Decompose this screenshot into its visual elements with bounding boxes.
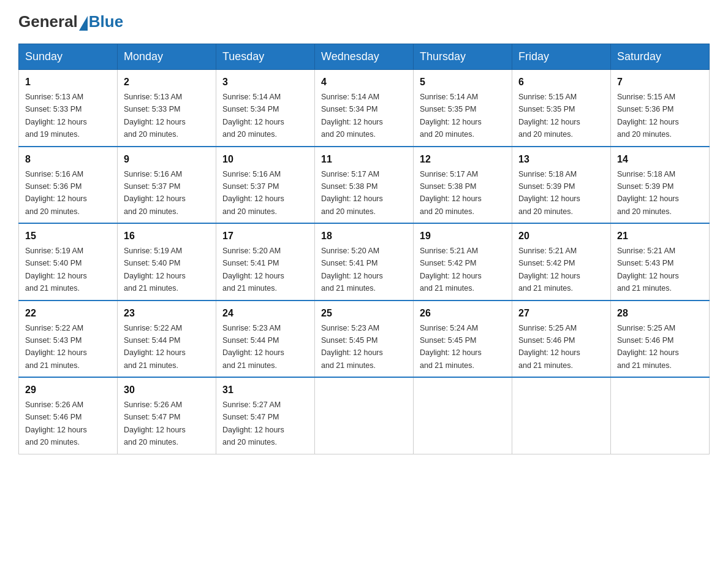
calendar-week-row: 1 Sunrise: 5:13 AMSunset: 5:33 PMDayligh… [19,70,710,147]
day-info: Sunrise: 5:23 AMSunset: 5:45 PMDaylight:… [321,324,383,370]
day-number: 14 [617,152,703,167]
day-number: 8 [25,152,111,167]
day-number: 15 [25,229,111,243]
day-number: 3 [222,75,308,90]
col-header-friday: Friday [512,44,611,70]
table-row: 9 Sunrise: 5:16 AMSunset: 5:37 PMDayligh… [118,147,216,224]
table-row: 25 Sunrise: 5:23 AMSunset: 5:45 PMDaylig… [315,301,414,378]
day-number: 16 [124,229,210,243]
table-row: 29 Sunrise: 5:26 AMSunset: 5:46 PMDaylig… [19,377,118,454]
table-row: 12 Sunrise: 5:17 AMSunset: 5:38 PMDaylig… [414,147,512,224]
day-info: Sunrise: 5:27 AMSunset: 5:47 PMDaylight:… [222,400,284,446]
day-number: 22 [25,306,111,321]
col-header-tuesday: Tuesday [216,44,315,70]
logo-general-text: General [18,12,78,31]
day-info: Sunrise: 5:21 AMSunset: 5:42 PMDaylight:… [518,247,580,293]
day-number: 23 [124,306,210,321]
table-row: 8 Sunrise: 5:16 AMSunset: 5:36 PMDayligh… [19,147,118,224]
day-info: Sunrise: 5:21 AMSunset: 5:43 PMDaylight:… [617,247,679,293]
day-info: Sunrise: 5:23 AMSunset: 5:44 PMDaylight:… [222,324,284,370]
table-row: 20 Sunrise: 5:21 AMSunset: 5:42 PMDaylig… [512,223,611,301]
day-number: 17 [222,229,308,243]
day-number: 9 [124,152,210,167]
day-number: 27 [518,306,604,321]
day-number: 29 [25,383,111,397]
day-info: Sunrise: 5:17 AMSunset: 5:38 PMDaylight:… [420,170,482,216]
day-number: 31 [222,383,308,397]
day-number: 11 [321,152,407,167]
calendar-week-row: 8 Sunrise: 5:16 AMSunset: 5:36 PMDayligh… [19,147,710,224]
table-row: 22 Sunrise: 5:22 AMSunset: 5:43 PMDaylig… [19,301,118,378]
day-number: 20 [518,229,604,243]
day-info: Sunrise: 5:16 AMSunset: 5:36 PMDaylight:… [25,170,87,216]
table-row: 27 Sunrise: 5:25 AMSunset: 5:46 PMDaylig… [512,301,611,378]
day-number: 24 [222,306,308,321]
calendar-table: Sunday Monday Tuesday Wednesday Thursday… [18,44,710,454]
table-row: 11 Sunrise: 5:17 AMSunset: 5:38 PMDaylig… [315,147,414,224]
day-number: 19 [420,229,506,243]
table-row: 1 Sunrise: 5:13 AMSunset: 5:33 PMDayligh… [19,70,118,147]
day-number: 7 [617,75,703,90]
day-info: Sunrise: 5:21 AMSunset: 5:42 PMDaylight:… [420,247,482,293]
col-header-saturday: Saturday [611,44,710,70]
calendar-week-row: 29 Sunrise: 5:26 AMSunset: 5:46 PMDaylig… [19,377,710,454]
day-number: 2 [124,75,210,90]
table-row: 4 Sunrise: 5:14 AMSunset: 5:34 PMDayligh… [315,70,414,147]
table-row: 30 Sunrise: 5:26 AMSunset: 5:47 PMDaylig… [118,377,216,454]
day-info: Sunrise: 5:13 AMSunset: 5:33 PMDaylight:… [124,93,186,139]
table-row: 28 Sunrise: 5:25 AMSunset: 5:46 PMDaylig… [611,301,710,378]
table-row: 15 Sunrise: 5:19 AMSunset: 5:40 PMDaylig… [19,223,118,301]
day-info: Sunrise: 5:26 AMSunset: 5:47 PMDaylight:… [124,400,186,446]
table-row: 21 Sunrise: 5:21 AMSunset: 5:43 PMDaylig… [611,223,710,301]
table-row: 18 Sunrise: 5:20 AMSunset: 5:41 PMDaylig… [315,223,414,301]
day-info: Sunrise: 5:14 AMSunset: 5:35 PMDaylight:… [420,93,482,139]
col-header-wednesday: Wednesday [315,44,414,70]
day-number: 28 [617,306,703,321]
calendar-week-row: 22 Sunrise: 5:22 AMSunset: 5:43 PMDaylig… [19,301,710,378]
col-header-thursday: Thursday [414,44,512,70]
table-row: 24 Sunrise: 5:23 AMSunset: 5:44 PMDaylig… [216,301,315,378]
table-row: 3 Sunrise: 5:14 AMSunset: 5:34 PMDayligh… [216,70,315,147]
day-info: Sunrise: 5:25 AMSunset: 5:46 PMDaylight:… [617,324,679,370]
table-row: 5 Sunrise: 5:14 AMSunset: 5:35 PMDayligh… [414,70,512,147]
day-info: Sunrise: 5:19 AMSunset: 5:40 PMDaylight:… [124,247,186,293]
logo-triangle-icon [79,16,88,31]
table-row [512,377,611,454]
day-number: 10 [222,152,308,167]
day-number: 4 [321,75,407,90]
day-number: 5 [420,75,506,90]
day-number: 12 [420,152,506,167]
calendar-week-row: 15 Sunrise: 5:19 AMSunset: 5:40 PMDaylig… [19,223,710,301]
day-number: 25 [321,306,407,321]
table-row: 13 Sunrise: 5:18 AMSunset: 5:39 PMDaylig… [512,147,611,224]
day-number: 13 [518,152,604,167]
header: General Blue [18,12,710,31]
logo-blue-text: Blue [89,12,123,31]
day-info: Sunrise: 5:22 AMSunset: 5:44 PMDaylight:… [124,324,186,370]
table-row: 17 Sunrise: 5:20 AMSunset: 5:41 PMDaylig… [216,223,315,301]
day-info: Sunrise: 5:17 AMSunset: 5:38 PMDaylight:… [321,170,383,216]
table-row: 2 Sunrise: 5:13 AMSunset: 5:33 PMDayligh… [118,70,216,147]
day-info: Sunrise: 5:20 AMSunset: 5:41 PMDaylight:… [321,247,383,293]
day-info: Sunrise: 5:14 AMSunset: 5:34 PMDaylight:… [222,93,284,139]
table-row: 7 Sunrise: 5:15 AMSunset: 5:36 PMDayligh… [611,70,710,147]
day-number: 30 [124,383,210,397]
day-info: Sunrise: 5:13 AMSunset: 5:33 PMDaylight:… [25,93,87,139]
day-number: 18 [321,229,407,243]
table-row: 31 Sunrise: 5:27 AMSunset: 5:47 PMDaylig… [216,377,315,454]
table-row: 10 Sunrise: 5:16 AMSunset: 5:37 PMDaylig… [216,147,315,224]
day-info: Sunrise: 5:24 AMSunset: 5:45 PMDaylight:… [420,324,482,370]
table-row [315,377,414,454]
col-header-sunday: Sunday [19,44,118,70]
day-info: Sunrise: 5:18 AMSunset: 5:39 PMDaylight:… [617,170,679,216]
table-row: 16 Sunrise: 5:19 AMSunset: 5:40 PMDaylig… [118,223,216,301]
day-info: Sunrise: 5:15 AMSunset: 5:36 PMDaylight:… [617,93,679,139]
day-info: Sunrise: 5:15 AMSunset: 5:35 PMDaylight:… [518,93,580,139]
day-info: Sunrise: 5:26 AMSunset: 5:46 PMDaylight:… [25,400,87,446]
table-row [414,377,512,454]
day-number: 6 [518,75,604,90]
day-number: 21 [617,229,703,243]
day-info: Sunrise: 5:18 AMSunset: 5:39 PMDaylight:… [518,170,580,216]
day-info: Sunrise: 5:19 AMSunset: 5:40 PMDaylight:… [25,247,87,293]
table-row: 6 Sunrise: 5:15 AMSunset: 5:35 PMDayligh… [512,70,611,147]
